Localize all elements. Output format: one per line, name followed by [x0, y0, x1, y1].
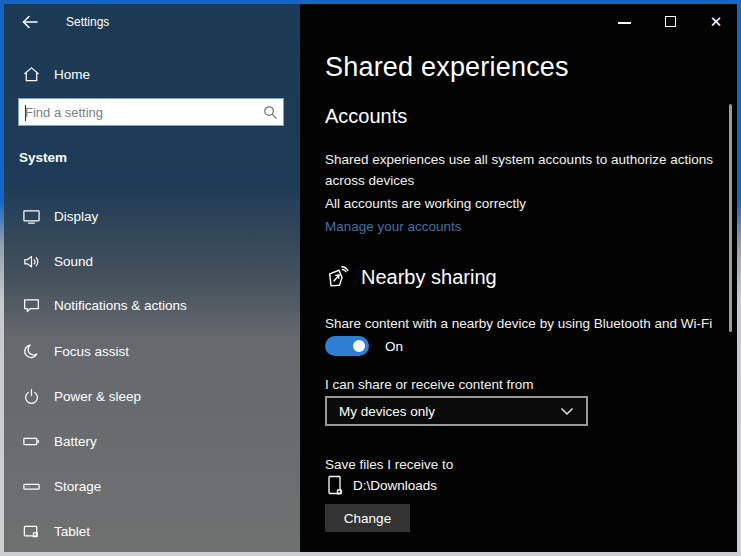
page-title: Shared experiences [325, 52, 569, 83]
main-content: ✕ Shared experiences Accounts Shared exp… [300, 4, 737, 552]
share-from-label: I can share or receive content from [325, 374, 534, 395]
minimize-button[interactable] [618, 22, 631, 24]
nearby-sharing-toggle[interactable] [325, 336, 369, 356]
sidebar-section-header: System [19, 150, 67, 165]
accounts-status: All accounts are working correctly [325, 193, 526, 214]
sidebar-item-home[interactable]: Home [4, 58, 300, 90]
sidebar-item-battery[interactable]: Battery [4, 425, 300, 457]
document-icon [327, 475, 343, 496]
sidebar-item-label: Battery [54, 434, 97, 449]
vertical-scrollbar[interactable] [729, 104, 732, 332]
nearby-sharing-header: Nearby sharing [325, 264, 497, 290]
storage-icon [22, 477, 41, 496]
sidebar-item-tablet[interactable]: Tablet [4, 515, 300, 547]
accounts-heading: Accounts [325, 105, 407, 128]
accounts-description: Shared experiences use all system accoun… [325, 149, 713, 191]
sidebar-item-label: Power & sleep [54, 389, 141, 404]
toggle-state-label: On [385, 339, 403, 354]
manage-accounts-link[interactable]: Manage your accounts [325, 219, 462, 234]
tablet-icon [22, 522, 41, 541]
sidebar-item-label: Notifications & actions [54, 298, 187, 313]
power-sleep-icon [22, 387, 41, 406]
text-caret [25, 105, 26, 121]
titlebar-left: Settings [20, 12, 109, 32]
nearby-sharing-description: Share content with a nearby device by us… [325, 313, 712, 334]
nearby-sharing-toggle-row: On [325, 336, 403, 356]
chevron-down-icon [560, 407, 574, 416]
sidebar-item-storage[interactable]: Storage [4, 470, 300, 502]
nearby-sharing-icon [325, 264, 351, 290]
save-location-row: D:\Downloads [327, 475, 437, 496]
nearby-sharing-heading: Nearby sharing [361, 266, 497, 289]
search-box [18, 98, 284, 126]
sound-icon [22, 252, 41, 271]
sidebar-item-label: Tablet [54, 524, 90, 539]
sidebar-item-notifications[interactable]: Notifications & actions [4, 289, 300, 321]
battery-icon [22, 432, 41, 451]
sidebar-item-power-sleep[interactable]: Power & sleep [4, 380, 300, 412]
save-files-label: Save files I receive to [325, 454, 453, 475]
maximize-button[interactable] [665, 16, 676, 27]
sidebar-item-label: Storage [54, 479, 101, 494]
home-icon [22, 65, 41, 84]
sidebar-item-label: Focus assist [54, 344, 129, 359]
save-path-value: D:\Downloads [353, 478, 437, 493]
sidebar-item-label: Display [54, 209, 98, 224]
settings-window: Settings Home System Display [0, 0, 741, 556]
toggle-knob [353, 340, 365, 352]
sidebar-item-sound[interactable]: Sound [4, 245, 300, 277]
focus-assist-icon [22, 342, 41, 361]
notifications-icon [22, 296, 41, 315]
sidebar-item-label: Home [54, 67, 90, 82]
sidebar: Settings Home System Display [4, 4, 300, 552]
dropdown-selected-value: My devices only [339, 404, 435, 419]
search-icon[interactable] [257, 105, 283, 120]
app-title: Settings [66, 15, 109, 29]
share-from-dropdown[interactable]: My devices only [325, 396, 588, 426]
back-arrow-icon[interactable] [20, 12, 40, 32]
search-input[interactable] [19, 105, 257, 120]
sidebar-item-display[interactable]: Display [4, 200, 300, 232]
sidebar-item-focus-assist[interactable]: Focus assist [4, 335, 300, 367]
sidebar-item-label: Sound [54, 254, 93, 269]
change-button[interactable]: Change [325, 504, 410, 532]
close-button[interactable]: ✕ [706, 12, 726, 32]
display-icon [22, 207, 41, 226]
